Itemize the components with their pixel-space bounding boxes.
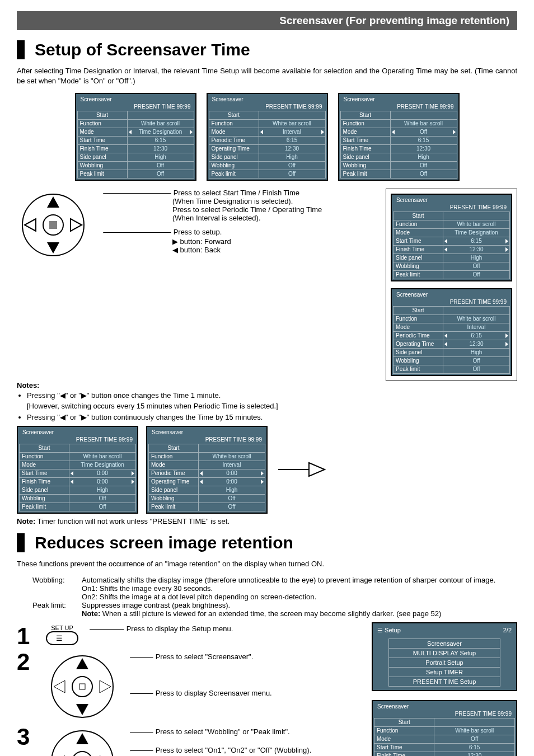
instr-back: ◀ button: Back	[172, 246, 374, 254]
row-mode[interactable]: ModeTime Designation	[77, 128, 194, 137]
step3-caption-select: Press to select "Wobbling" or "Peak limi…	[156, 727, 290, 736]
setup-key-label: SET UP	[46, 624, 78, 631]
step-number-1: 1	[17, 624, 37, 648]
notes-list: Pressing "◀" or "▶" button once changes …	[27, 391, 517, 422]
setup-menu-title: Setup	[385, 627, 401, 633]
svg-point-16	[72, 752, 92, 756]
svg-marker-6	[71, 219, 82, 231]
wobbling-definition: Wobbling: Automatically shifts the displ…	[32, 576, 517, 601]
row-finish-time: Finish Time12:30	[77, 145, 194, 153]
svg-rect-2	[49, 221, 57, 229]
step3-caption-value: Press to select "On1", "On2" or "Off" (W…	[156, 746, 312, 754]
instr-select-periodic-operating: Press to select Periodic Time / Operatin…	[172, 205, 322, 214]
row-start-time: Start Time6:15	[77, 137, 194, 145]
step-3: 3 Press to select "Wobbling" or "Peak li…	[17, 725, 360, 756]
osd-panel-result-int: Screensaver PRESENT TIME 99:99 Start Fun…	[391, 288, 512, 376]
instr-fwd: ▶ button: Forward	[172, 237, 374, 246]
svg-marker-18	[76, 733, 88, 744]
row-peak-limit: Peak limitOff	[77, 170, 194, 179]
osd-panel-row-mid: Screensaver PRESENT TIME 99:99 Start Fun…	[17, 426, 517, 514]
note-15min: Pressing "◀" or "▶" button continuously …	[27, 412, 517, 422]
svg-marker-14	[100, 680, 111, 693]
row-side-panel: Side panelHigh	[77, 153, 194, 162]
osd-panel-td-zero: Screensaver PRESENT TIME 99:99 Start Fun…	[17, 426, 138, 514]
osd-panel-row-top: Screensaver PRESENT TIME 99:99 Start Fun…	[17, 93, 517, 181]
svg-marker-11	[76, 658, 88, 669]
step2-caption-display: Press to display Screensaver menu.	[156, 689, 272, 697]
instr-select-start-finish: Press to select Start Time / Finish Time	[174, 189, 299, 197]
row-start[interactable]: Start	[77, 111, 194, 120]
osd-panel-bottom: Screensaver PRESENT TIME 99:99 Start Fun…	[372, 700, 517, 756]
step-number-2: 2	[17, 650, 37, 674]
page-title-1: Setup of Screensaver Time	[17, 40, 517, 59]
osd-title: Screensaver	[77, 95, 194, 104]
step1-caption: Press to display the Setup menu.	[127, 624, 233, 633]
intro-paragraph-2: These functions prevent the occurrence o…	[17, 559, 517, 569]
setup-item-portrait[interactable]: Portrait Setup	[389, 658, 500, 668]
svg-marker-12	[76, 704, 88, 715]
step-2: 2 Press to select "Screensaver". Press t…	[17, 650, 360, 723]
remote-dpad-icon	[17, 189, 90, 261]
instr-setup: Press to setup.	[174, 228, 222, 236]
step-1: 1 SET UP ☰ Press to display the Setup me…	[17, 624, 360, 648]
wobbling-on1: On1: Shifts the image every 30 seconds.	[82, 584, 213, 593]
setup-item-present-time[interactable]: PRESENT TIME Setup	[389, 677, 500, 686]
step2-caption-select: Press to select "Screensaver".	[156, 652, 254, 661]
svg-marker-7	[309, 463, 325, 476]
timer-note: Note: Timer function will not work unles…	[17, 517, 517, 525]
section-banner: Screensaver (For preventing image retent…	[17, 11, 517, 30]
row-start[interactable]: Start	[209, 111, 325, 120]
setup-item-timer[interactable]: Setup TIMER	[389, 668, 500, 677]
setup-item-screensaver[interactable]: Screensaver	[389, 639, 500, 649]
flow-arrow-icon	[275, 453, 326, 486]
svg-rect-10	[79, 684, 85, 689]
svg-marker-3	[47, 196, 59, 208]
remote-dpad-icon	[46, 650, 119, 723]
setup-menu-page: 2/2	[503, 627, 512, 634]
notes-label: Notes:	[17, 381, 39, 389]
osd-panel-off: Screensaver PRESENT TIME 99:99 Start Fun…	[338, 93, 460, 181]
osd-present-time: PRESENT TIME 99:99	[77, 104, 194, 111]
osd-panel-interval: Screensaver PRESENT TIME 99:99 Start Fun…	[207, 93, 328, 181]
svg-marker-5	[25, 219, 36, 231]
wobbling-on2: On2: Shifts the image at a dot level pit…	[82, 593, 316, 601]
setup-item-multi-display[interactable]: MULTI DISPLAY Setup	[389, 649, 500, 658]
page-title-2: Reduces screen image retention	[17, 533, 517, 552]
osd-panel-result-td: Screensaver PRESENT TIME 99:99 Start Fun…	[391, 194, 512, 281]
row-wobbling: WobblingOff	[77, 162, 194, 170]
peak-limit-definition: Peak limit: Suppresses image contrast (p…	[32, 601, 517, 618]
setup-button-icon: ☰	[46, 631, 78, 645]
osd-panel-int-zero: Screensaver PRESENT TIME 99:99 Start Fun…	[146, 426, 268, 514]
instr-select-start-finish-cond: (When Time Designation is selected).	[172, 197, 293, 205]
note-1min: Pressing "◀" or "▶" button once changes …	[27, 391, 517, 411]
osd-panel-time-designation: Screensaver PRESENT TIME 99:99 Start Fun…	[75, 93, 196, 181]
remote-dpad-icon	[46, 725, 119, 756]
step-number-3: 3	[17, 725, 37, 749]
svg-marker-4	[47, 242, 59, 253]
instr-select-periodic-operating-cond: (When Interval is selected).	[172, 214, 261, 222]
row-function: FunctionWhite bar scroll	[77, 120, 194, 128]
intro-paragraph-1: After selecting Time Designation or Inte…	[17, 66, 517, 86]
setup-menu-panel: ☰ Setup 2/2 Screensaver MULTI DISPLAY Se…	[372, 622, 517, 691]
result-panels-box: Screensaver PRESENT TIME 99:99 Start Fun…	[386, 189, 517, 381]
svg-marker-13	[54, 680, 65, 693]
